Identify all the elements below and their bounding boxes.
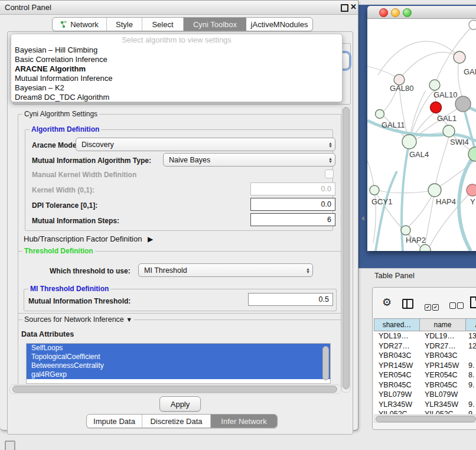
sources-toggle[interactable]: Sources for Network Inference ▼ [22,315,134,324]
list-item[interactable]: SelfLoops [27,344,330,353]
hub-definition-label: Hub/Transcription Factor Definition [24,234,142,243]
table-row[interactable]: YLR345W YLR345W 9. [374,400,476,410]
column-header-cut[interactable]: A [466,318,476,331]
splitpane-collapse-icon[interactable] [361,216,364,221]
node-gcy1[interactable] [370,185,379,195]
data-attributes-label: Data Attributes [21,330,74,338]
mi-threshold-field[interactable]: 0.5 [248,293,333,306]
node-selected-red[interactable] [431,102,442,113]
float-panel-icon[interactable] [341,4,348,12]
table-row[interactable]: YPR145W YPR145W 9. [374,361,476,371]
table-row[interactable]: YER054C YER054C 8. [374,370,476,380]
node-bottom-cut[interactable] [420,244,431,251]
tab-jactivemnodules[interactable]: jActiveMNodules [246,18,312,31]
network-canvas[interactable]: GAL GAL80 GAL10 GAL11 GAL1 SWI4 GAL4 GCY… [367,19,476,251]
column-layout-icon[interactable] [402,299,413,309]
algorithm-option[interactable]: Basic Correlation Inference [15,55,334,64]
deselect-all-columns-icon[interactable] [449,301,464,311]
expand-right-icon: ▶ [148,235,153,243]
network-tab-icon [60,21,68,28]
close-traffic-icon[interactable] [379,8,388,17]
tab-impute-data[interactable]: Impute Data [87,415,142,428]
node-gray[interactable] [455,96,471,112]
network-window-titlebar[interactable] [367,6,476,19]
list-vscrollbar-thumb[interactable] [322,346,329,380]
node-hap2[interactable] [401,226,410,235]
tab-cyni-toolbox[interactable]: Cyni Toolbox [184,18,246,31]
mi-threshold-label: Mutual Information Threshold: [28,297,131,305]
table-body[interactable]: YDL19… YDL19… 13 YDR27… YDR27… 12 YBR043… [374,331,476,414]
table-row[interactable]: YDR27… YDR27… 12 [374,341,476,351]
list-item[interactable]: BetweennessCentrality [27,361,330,370]
cell [466,390,476,400]
apply-button[interactable]: Apply [159,396,201,412]
cell: YIL052C [420,409,466,414]
table-row[interactable]: YBR043C YBR043C [374,351,476,361]
export-table-icon[interactable] [470,296,476,309]
cell: 9. [466,361,476,371]
network-view-window[interactable]: GAL GAL80 GAL10 GAL11 GAL1 SWI4 GAL4 GCY… [367,6,476,251]
control-panel-titlebar[interactable]: Control Panel ✕ [0,1,358,15]
control-panel-title: Control Panel [5,3,51,12]
list-item[interactable]: gal4RGexp [27,370,330,379]
cell: YDR27… [374,341,420,351]
kernel-width-field[interactable]: 0.0 [250,182,335,195]
dpi-tolerance-field[interactable]: 0.0 [250,198,335,211]
table-hscrollbar[interactable] [374,415,476,423]
cell: YBL079W [374,390,420,400]
select-all-columns-icon[interactable]: ✔✔ [425,301,439,311]
node-hap4[interactable] [428,184,441,197]
tab-network[interactable]: Network [53,18,107,31]
table-hscrollbar-thumb[interactable] [376,416,476,422]
cell: YLR345W [420,400,466,410]
cell [466,351,476,361]
node-gal11[interactable] [376,110,384,119]
tab-select[interactable]: Select [142,18,184,31]
node-gal4[interactable] [402,135,416,149]
minimized-panel-icon[interactable] [5,441,15,450]
gear-icon[interactable]: ⚙ [382,296,392,309]
network-graph: GAL GAL80 GAL10 GAL11 GAL1 SWI4 GAL4 GCY… [367,19,476,251]
table-row[interactable]: YBR045C YBR045C 9. [374,380,476,390]
algorithm-option[interactable]: Mutual Information Inference [15,74,334,83]
node-label: HAP4 [436,197,456,206]
algorithm-option[interactable]: Dream8 DC_TDC Algorithm [15,93,334,102]
hub-definition-toggle[interactable]: Hub/Transcription Factor Definition ▶ [24,234,153,243]
zoom-traffic-icon[interactable] [403,8,412,17]
algorithm-option[interactable]: Bayesian – Hill Climbing [15,45,334,55]
data-attributes-list[interactable]: SelfLoops TopologicalCoefficient Between… [26,343,331,384]
aracne-mode-label: Aracne Mode: [32,141,79,149]
table-row[interactable]: YIL052C YIL052C 9. [374,409,476,414]
algorithm-dropdown-popup: Select algorithm to view settings Bayesi… [11,34,343,102]
aracne-mode-combo[interactable]: Discovery ▲▼ [76,138,335,151]
mi-type-combo[interactable]: Naive Bayes ▲▼ [163,153,335,167]
list-item[interactable]: TopologicalCoefficient [27,353,330,361]
which-threshold-combo[interactable]: MI Threshold ▲▼ [138,263,313,277]
tab-infer-network[interactable]: Infer Network [211,415,277,428]
mi-steps-field[interactable]: 6 [250,213,335,226]
settings-vscrollbar-thumb[interactable] [343,107,350,389]
node-gal10[interactable] [429,80,440,90]
close-panel-icon[interactable]: ✕ [350,2,357,11]
cell: YBR045C [374,380,420,390]
algorithm-option-selected[interactable]: ARACNE Algorithm [15,64,334,74]
column-header-shared-name[interactable]: shared… [374,318,420,331]
node-unnamed-top[interactable] [469,20,476,30]
table-row[interactable]: YDL19… YDL19… 13 [374,331,476,341]
settings-vscrollbar[interactable] [341,105,351,393]
settings-hscrollbar-thumb[interactable] [12,386,337,393]
cell: YDL19… [374,331,420,341]
node-gal1[interactable] [443,125,455,137]
node-y-cut[interactable] [467,184,476,196]
tab-discretize-data[interactable]: Discretize Data [142,415,211,428]
cell: YIL052C [374,409,420,414]
tab-style[interactable]: Style [107,18,142,31]
settings-hscrollbar[interactable] [9,384,341,394]
node-gal-cut[interactable] [454,51,465,63]
cell: YDL19… [420,331,466,341]
minimize-traffic-icon[interactable] [391,8,400,17]
column-header-name[interactable]: name [420,318,466,331]
algorithm-option[interactable]: Bayesian – K2 [15,83,334,93]
manual-kernel-checkbox[interactable] [325,169,334,178]
table-row[interactable]: YBL079W YBL079W [374,390,476,400]
